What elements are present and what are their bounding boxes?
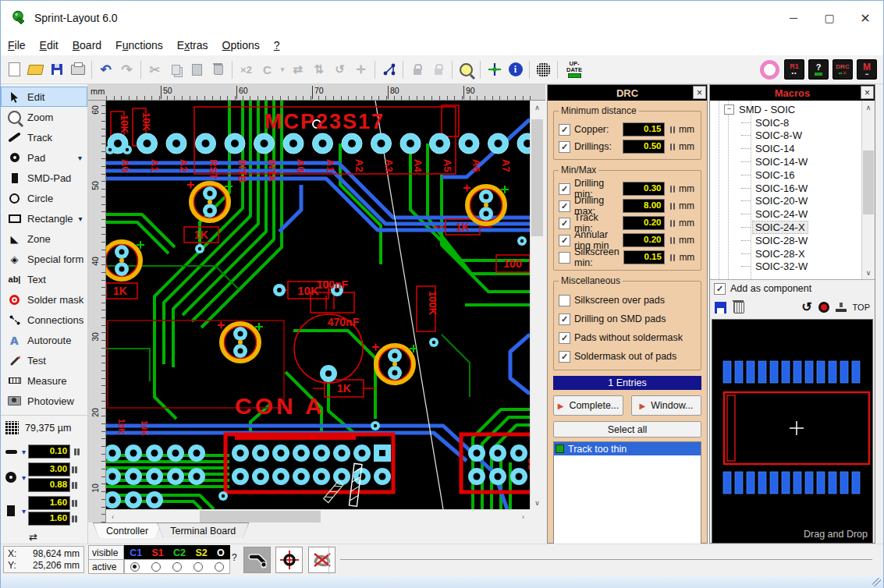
tool-circle[interactable]: Circle xyxy=(1,188,87,208)
layer-radio-s1[interactable] xyxy=(151,562,161,572)
duplicate-button[interactable]: ×2 xyxy=(236,59,257,80)
tree-item[interactable]: SOIC-24-W xyxy=(710,207,875,221)
tool-pad[interactable]: Pad ▾ xyxy=(1,147,87,168)
delete-macro-icon[interactable] xyxy=(733,302,744,313)
swap-values-button[interactable]: ⇄ xyxy=(29,531,37,543)
copy-button[interactable] xyxy=(165,59,186,80)
drc-panel-button[interactable]: DRC ••✕ xyxy=(833,59,853,80)
macros-panel-button[interactable]: M •• xyxy=(857,59,877,80)
macro-tree[interactable]: − SMD - SOIC SOIC-8 SOIC-8-W SOIC-14 SOI… xyxy=(710,101,875,280)
pad-outer-field[interactable]: 3.00 xyxy=(28,462,70,476)
update-button[interactable]: UP-DATE xyxy=(561,59,588,80)
error-item-track-too-thin[interactable]: Track too thin xyxy=(554,442,701,455)
menu-extras[interactable]: Extras xyxy=(170,39,215,51)
pad-outer-spinner[interactable] xyxy=(72,466,77,473)
tree-item[interactable]: SOIC-32-W xyxy=(710,260,875,274)
tool-photoview[interactable]: Photoview xyxy=(1,391,87,411)
tool-autoroute[interactable]: A Autoroute xyxy=(1,330,87,350)
drilling-smd-checkbox[interactable]: ✓ xyxy=(559,313,570,325)
mirror-vertical-button[interactable]: ⇅ xyxy=(308,59,329,80)
collapse-icon[interactable]: − xyxy=(724,104,734,115)
resize-grip[interactable] xyxy=(872,578,881,586)
drilling-min-field[interactable]: 0.30 xyxy=(623,182,665,196)
mirror-horizontal-button[interactable]: ⇄ xyxy=(287,59,308,80)
close-button[interactable]: ✕ xyxy=(847,1,883,35)
pad-mode-icon[interactable] xyxy=(818,302,829,313)
tool-solder-mask[interactable]: Solder mask xyxy=(1,289,87,310)
macros-close-button[interactable]: × xyxy=(861,86,874,99)
silkscreen-min-checkbox[interactable] xyxy=(559,252,570,264)
cut-button[interactable]: ✂ xyxy=(144,59,165,80)
menu-options[interactable]: Options xyxy=(215,39,267,51)
menu-functions[interactable]: Functions xyxy=(108,39,170,51)
pads-soldermask-checkbox[interactable]: ✓ xyxy=(559,332,570,344)
canvas-horizontal-scrollbar[interactable]: ‹ › xyxy=(106,509,530,522)
smd-height-spinner[interactable] xyxy=(72,515,77,522)
add-as-component-checkbox[interactable]: ✓ xyxy=(714,283,726,295)
rotate-free-button[interactable]: ↺ xyxy=(329,59,350,80)
drilling-max-checkbox[interactable]: ✓ xyxy=(559,200,570,212)
drc-close-button[interactable]: × xyxy=(693,86,706,99)
ground-plane-button[interactable] xyxy=(533,59,554,80)
tree-scrollbar[interactable]: ∧ ∨ xyxy=(861,101,875,279)
new-file-button[interactable] xyxy=(4,59,25,80)
open-file-button[interactable] xyxy=(25,59,46,80)
rotate-macro-icon[interactable]: ↺ xyxy=(801,301,811,313)
tool-smd-pad[interactable]: SMD-Pad xyxy=(1,168,87,188)
pcb-canvas[interactable]: MCP23S17 CON A 10K 10K 10K 10K 10K 1K 1K… xyxy=(106,101,530,509)
track-min-checkbox[interactable]: ✓ xyxy=(559,218,570,229)
tab-terminal-board[interactable]: Terminal Board xyxy=(157,522,249,538)
drillings-spinner[interactable] xyxy=(670,143,676,151)
print-button[interactable] xyxy=(67,59,88,80)
vertical-scroll-thumb[interactable] xyxy=(531,119,543,236)
scroll-left-arrow[interactable]: ‹ xyxy=(106,510,119,523)
track-width-field[interactable]: 0.10 xyxy=(28,445,70,459)
tool-text[interactable]: ab| Text xyxy=(1,269,87,289)
tree-item[interactable]: SOIC-28-W xyxy=(710,234,875,247)
complete-check-button[interactable]: ▶ Complete... xyxy=(553,395,623,416)
crosshair-toggle-button[interactable] xyxy=(275,547,303,573)
track-width-dropdown[interactable]: ▾ xyxy=(22,448,26,456)
align-button[interactable]: ✛ xyxy=(350,59,371,80)
silkscreen-over-pads-checkbox[interactable] xyxy=(559,295,570,306)
annular-ring-checkbox[interactable]: ✓ xyxy=(559,235,570,246)
copper-spinner[interactable] xyxy=(670,126,676,133)
track-width-spinner[interactable] xyxy=(74,448,80,455)
drc-error-list[interactable]: Track too thin xyxy=(553,441,701,557)
tree-scroll-thumb[interactable] xyxy=(863,151,874,214)
tree-item[interactable]: SOIC-16-W xyxy=(710,182,875,195)
layer-help[interactable]: ? xyxy=(232,552,237,563)
minimize-button[interactable]: ─ xyxy=(776,1,811,35)
snap-grid-button[interactable] xyxy=(484,59,505,80)
undo-button[interactable]: ↶ xyxy=(95,59,116,80)
soldermask-out-checkbox[interactable]: ✓ xyxy=(559,351,570,363)
silkscreen-min-field[interactable]: 0.15 xyxy=(623,250,665,264)
paste-button[interactable] xyxy=(186,59,208,80)
component-labels-button[interactable]: R1 •• xyxy=(784,59,804,80)
tree-item[interactable]: SOIC-28-X xyxy=(710,247,875,260)
smd-width-spinner[interactable] xyxy=(72,500,77,507)
drilling-max-field[interactable]: 8.00 xyxy=(623,199,665,213)
tool-rectangle[interactable]: Rectangle ▾ xyxy=(1,208,87,228)
component-info-button[interactable]: ? xyxy=(808,59,829,80)
tool-zone[interactable]: ◣ Zone xyxy=(1,228,87,249)
copper-field[interactable]: 0.15 xyxy=(623,122,665,136)
canvas-vertical-scrollbar[interactable]: ∧ ∨ xyxy=(530,101,543,509)
redo-button[interactable]: ↷ xyxy=(116,59,137,80)
pad-size-dropdown[interactable]: ▾ xyxy=(22,473,26,482)
window-check-button[interactable]: ▶ Window... xyxy=(631,395,701,416)
copper-checkbox[interactable]: ✓ xyxy=(559,124,570,136)
annular-ring-field[interactable]: 0.20 xyxy=(623,233,665,247)
select-all-button[interactable]: Select all xyxy=(553,421,701,437)
grid-setting[interactable]: 79,375 µm xyxy=(5,421,71,434)
track-bend-mode-button[interactable] xyxy=(243,547,271,573)
tree-item[interactable]: SOIC-16 xyxy=(710,168,875,182)
tree-item[interactable]: SOIC-14 xyxy=(710,142,875,155)
tool-test[interactable]: Test xyxy=(1,350,87,370)
save-button[interactable] xyxy=(46,59,67,80)
info-button[interactable]: i xyxy=(505,59,526,80)
pad-drill-spinner[interactable] xyxy=(72,482,77,489)
tool-special-form[interactable]: ◈ Special form xyxy=(1,249,87,269)
layer-visibility-row[interactable]: C1 S1 C2 S2 O xyxy=(124,545,230,560)
tree-item[interactable]: SOIC-8-W xyxy=(710,129,875,143)
